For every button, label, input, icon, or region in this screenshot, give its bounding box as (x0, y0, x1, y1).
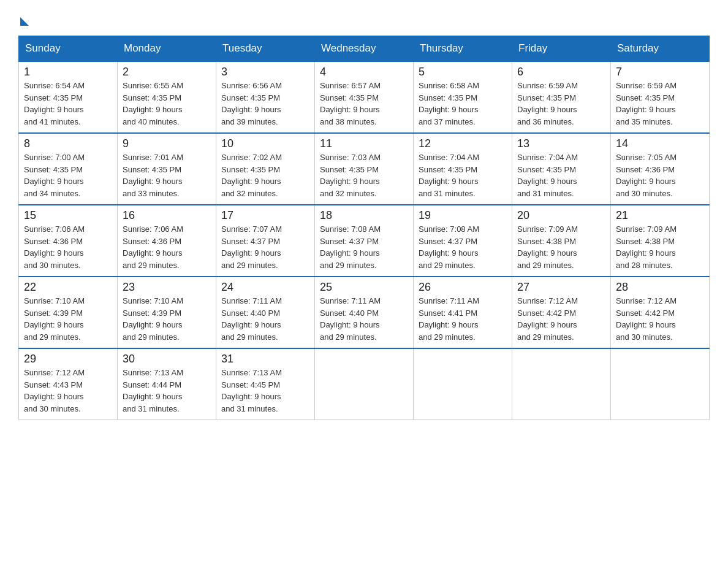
day-number-3: 3 (221, 66, 309, 79)
day-info-25: Sunrise: 7:11 AMSunset: 4:40 PMDaylight:… (320, 295, 408, 343)
day-cell-9: 9Sunrise: 7:01 AMSunset: 4:35 PMDaylight… (118, 133, 216, 205)
day-cell-3: 3Sunrise: 6:56 AMSunset: 4:35 PMDaylight… (216, 61, 315, 133)
header-friday: Friday (512, 36, 611, 62)
logo-arrow-icon (20, 17, 29, 26)
day-number-19: 19 (419, 209, 507, 222)
day-info-13: Sunrise: 7:04 AMSunset: 4:35 PMDaylight:… (517, 151, 605, 199)
page-header (18, 12, 710, 23)
day-number-28: 28 (616, 281, 704, 294)
day-number-11: 11 (320, 137, 408, 150)
day-info-10: Sunrise: 7:02 AMSunset: 4:35 PMDaylight:… (221, 151, 309, 199)
day-info-31: Sunrise: 7:13 AMSunset: 4:45 PMDaylight:… (221, 367, 309, 415)
day-number-24: 24 (221, 281, 309, 294)
day-info-2: Sunrise: 6:55 AMSunset: 4:35 PMDaylight:… (123, 80, 211, 128)
day-cell-15: 15Sunrise: 7:06 AMSunset: 4:36 PMDayligh… (19, 205, 118, 277)
day-cell-28: 28Sunrise: 7:12 AMSunset: 4:42 PMDayligh… (611, 277, 710, 348)
day-info-28: Sunrise: 7:12 AMSunset: 4:42 PMDaylight:… (616, 295, 704, 343)
day-info-8: Sunrise: 7:00 AMSunset: 4:35 PMDaylight:… (24, 151, 112, 199)
day-cell-1: 1Sunrise: 6:54 AMSunset: 4:35 PMDaylight… (19, 61, 118, 133)
day-info-22: Sunrise: 7:10 AMSunset: 4:39 PMDaylight:… (24, 295, 112, 343)
day-number-10: 10 (221, 137, 309, 150)
week-row-5: 29Sunrise: 7:12 AMSunset: 4:43 PMDayligh… (19, 348, 710, 420)
day-info-9: Sunrise: 7:01 AMSunset: 4:35 PMDaylight:… (123, 151, 211, 199)
day-number-27: 27 (517, 281, 605, 294)
day-info-4: Sunrise: 6:57 AMSunset: 4:35 PMDaylight:… (320, 80, 408, 128)
empty-cell (315, 348, 414, 420)
day-info-7: Sunrise: 6:59 AMSunset: 4:35 PMDaylight:… (616, 80, 704, 128)
day-info-29: Sunrise: 7:12 AMSunset: 4:43 PMDaylight:… (24, 367, 112, 415)
day-info-6: Sunrise: 6:59 AMSunset: 4:35 PMDaylight:… (517, 80, 605, 128)
day-cell-19: 19Sunrise: 7:08 AMSunset: 4:37 PMDayligh… (414, 205, 512, 277)
calendar-header-row: SundayMondayTuesdayWednesdayThursdayFrid… (19, 36, 710, 62)
day-info-21: Sunrise: 7:09 AMSunset: 4:38 PMDaylight:… (616, 223, 704, 271)
day-number-21: 21 (616, 209, 704, 222)
day-number-1: 1 (24, 66, 112, 79)
week-row-1: 1Sunrise: 6:54 AMSunset: 4:35 PMDaylight… (19, 61, 710, 133)
header-wednesday: Wednesday (315, 36, 414, 62)
day-cell-21: 21Sunrise: 7:09 AMSunset: 4:38 PMDayligh… (611, 205, 710, 277)
day-number-13: 13 (517, 137, 605, 150)
day-number-4: 4 (320, 66, 408, 79)
day-info-14: Sunrise: 7:05 AMSunset: 4:36 PMDaylight:… (616, 151, 704, 199)
logo (18, 12, 29, 23)
day-cell-14: 14Sunrise: 7:05 AMSunset: 4:36 PMDayligh… (611, 133, 710, 205)
day-info-18: Sunrise: 7:08 AMSunset: 4:37 PMDaylight:… (320, 223, 408, 271)
day-cell-6: 6Sunrise: 6:59 AMSunset: 4:35 PMDaylight… (512, 61, 611, 133)
day-cell-18: 18Sunrise: 7:08 AMSunset: 4:37 PMDayligh… (315, 205, 414, 277)
header-thursday: Thursday (414, 36, 512, 62)
day-number-23: 23 (123, 281, 211, 294)
day-info-26: Sunrise: 7:11 AMSunset: 4:41 PMDaylight:… (419, 295, 507, 343)
day-number-5: 5 (419, 66, 507, 79)
day-number-25: 25 (320, 281, 408, 294)
day-cell-23: 23Sunrise: 7:10 AMSunset: 4:39 PMDayligh… (118, 277, 216, 348)
day-number-26: 26 (419, 281, 507, 294)
day-number-9: 9 (123, 137, 211, 150)
day-info-17: Sunrise: 7:07 AMSunset: 4:37 PMDaylight:… (221, 223, 309, 271)
day-number-29: 29 (24, 353, 112, 366)
day-number-18: 18 (320, 209, 408, 222)
day-number-20: 20 (517, 209, 605, 222)
day-cell-27: 27Sunrise: 7:12 AMSunset: 4:42 PMDayligh… (512, 277, 611, 348)
day-cell-10: 10Sunrise: 7:02 AMSunset: 4:35 PMDayligh… (216, 133, 315, 205)
day-number-2: 2 (123, 66, 211, 79)
empty-cell (611, 348, 710, 420)
day-info-19: Sunrise: 7:08 AMSunset: 4:37 PMDaylight:… (419, 223, 507, 271)
empty-cell (414, 348, 512, 420)
day-cell-4: 4Sunrise: 6:57 AMSunset: 4:35 PMDaylight… (315, 61, 414, 133)
day-info-1: Sunrise: 6:54 AMSunset: 4:35 PMDaylight:… (24, 80, 112, 128)
day-cell-22: 22Sunrise: 7:10 AMSunset: 4:39 PMDayligh… (19, 277, 118, 348)
day-cell-16: 16Sunrise: 7:06 AMSunset: 4:36 PMDayligh… (118, 205, 216, 277)
day-number-8: 8 (24, 137, 112, 150)
day-info-15: Sunrise: 7:06 AMSunset: 4:36 PMDaylight:… (24, 223, 112, 271)
day-info-23: Sunrise: 7:10 AMSunset: 4:39 PMDaylight:… (123, 295, 211, 343)
day-number-15: 15 (24, 209, 112, 222)
day-number-7: 7 (616, 66, 704, 79)
day-number-16: 16 (123, 209, 211, 222)
week-row-4: 22Sunrise: 7:10 AMSunset: 4:39 PMDayligh… (19, 277, 710, 348)
day-number-12: 12 (419, 137, 507, 150)
day-cell-20: 20Sunrise: 7:09 AMSunset: 4:38 PMDayligh… (512, 205, 611, 277)
day-info-30: Sunrise: 7:13 AMSunset: 4:44 PMDaylight:… (123, 367, 211, 415)
day-number-31: 31 (221, 353, 309, 366)
week-row-3: 15Sunrise: 7:06 AMSunset: 4:36 PMDayligh… (19, 205, 710, 277)
day-number-17: 17 (221, 209, 309, 222)
day-info-27: Sunrise: 7:12 AMSunset: 4:42 PMDaylight:… (517, 295, 605, 343)
day-info-16: Sunrise: 7:06 AMSunset: 4:36 PMDaylight:… (123, 223, 211, 271)
day-cell-24: 24Sunrise: 7:11 AMSunset: 4:40 PMDayligh… (216, 277, 315, 348)
day-number-14: 14 (616, 137, 704, 150)
day-cell-13: 13Sunrise: 7:04 AMSunset: 4:35 PMDayligh… (512, 133, 611, 205)
day-cell-25: 25Sunrise: 7:11 AMSunset: 4:40 PMDayligh… (315, 277, 414, 348)
header-tuesday: Tuesday (216, 36, 315, 62)
day-cell-29: 29Sunrise: 7:12 AMSunset: 4:43 PMDayligh… (19, 348, 118, 420)
day-info-24: Sunrise: 7:11 AMSunset: 4:40 PMDaylight:… (221, 295, 309, 343)
calendar-table: SundayMondayTuesdayWednesdayThursdayFrid… (18, 36, 710, 420)
header-saturday: Saturday (611, 36, 710, 62)
day-info-3: Sunrise: 6:56 AMSunset: 4:35 PMDaylight:… (221, 80, 309, 128)
day-cell-8: 8Sunrise: 7:00 AMSunset: 4:35 PMDaylight… (19, 133, 118, 205)
header-sunday: Sunday (19, 36, 118, 62)
day-cell-2: 2Sunrise: 6:55 AMSunset: 4:35 PMDaylight… (118, 61, 216, 133)
day-number-30: 30 (123, 353, 211, 366)
day-cell-11: 11Sunrise: 7:03 AMSunset: 4:35 PMDayligh… (315, 133, 414, 205)
day-cell-17: 17Sunrise: 7:07 AMSunset: 4:37 PMDayligh… (216, 205, 315, 277)
day-cell-31: 31Sunrise: 7:13 AMSunset: 4:45 PMDayligh… (216, 348, 315, 420)
